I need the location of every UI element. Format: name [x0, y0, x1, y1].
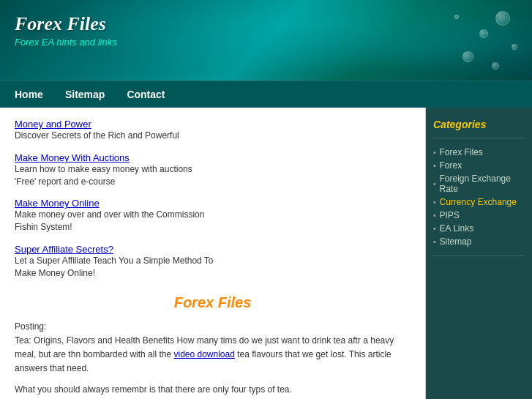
sidebar-link-pips[interactable]: PIPS [440, 210, 460, 220]
sidebar-category-list: Forex Files Forex Foreign Exchange Rate … [433, 146, 525, 248]
posting-label: Posting: [15, 321, 46, 332]
video-download-link[interactable]: video download [173, 349, 234, 359]
bubble [492, 62, 499, 70]
site-tagline: Forex EA hints and links [15, 37, 517, 48]
sidebar-link-forex-files[interactable]: Forex Files [440, 147, 483, 157]
sidebar-item-pips: PIPS [433, 209, 525, 222]
sidebar-item-foreign-exchange: Foreign Exchange Rate [433, 172, 525, 195]
nav-sitemap[interactable]: Sitemap [65, 89, 105, 100]
post-item-3: Make Money Online Make money over and ov… [15, 198, 411, 234]
sidebar-item-forex: Forex [433, 159, 525, 172]
post-title-2: Make Money With Auctions [15, 152, 411, 163]
post-link-3[interactable]: Make Money Online [15, 198, 100, 209]
post-link-1[interactable]: Money and Power [15, 119, 91, 130]
post-desc-3: Make money over and over with the Commis… [15, 209, 411, 234]
article-body: Posting: Tea: Origins, Flavors and Healt… [15, 320, 411, 399]
site-title: Forex Files [15, 13, 517, 35]
post-link-2[interactable]: Make Money With Auctions [15, 152, 130, 163]
sidebar-item-sitemap: Sitemap [433, 235, 525, 248]
main-nav: Home Sitemap Contact [0, 81, 532, 108]
sidebar-link-currency-exchange[interactable]: Currency Exchange [440, 197, 517, 207]
main-content: Money and Power Discover Secrets of the … [0, 108, 426, 399]
sidebar-link-foreign-exchange[interactable]: Foreign Exchange Rate [440, 174, 525, 194]
site-header: Forex Files Forex EA hints and links [0, 0, 532, 81]
article-body-3: What you should always remembr is that t… [15, 383, 411, 397]
sidebar-link-ea-links[interactable]: EA Links [440, 223, 474, 234]
bubble [462, 51, 473, 62]
post-title-4: Super Affiliate Secrets? [15, 244, 411, 255]
sidebar-item-forex-files: Forex Files [433, 146, 525, 159]
post-desc-4: Let a Super Affiliate Teach You a Simple… [15, 255, 411, 280]
nav-contact[interactable]: Contact [127, 89, 165, 100]
post-desc-2: Learn how to make easy money with auctio… [15, 163, 411, 188]
sidebar-title: Categories [433, 119, 525, 130]
post-item-1: Money and Power Discover Secrets of the … [15, 119, 411, 142]
nav-home[interactable]: Home [15, 89, 43, 100]
sidebar-item-currency-exchange: Currency Exchange [433, 195, 525, 209]
article-title: Forex Files [15, 294, 411, 311]
post-item-4: Super Affiliate Secrets? Let a Super Aff… [15, 244, 411, 280]
post-link-4[interactable]: Super Affiliate Secrets? [15, 244, 113, 255]
sidebar: Categories Forex Files Forex Foreign Exc… [426, 108, 532, 399]
post-desc-1: Discover Secrets of the Rich and Powerfu… [15, 130, 411, 142]
sidebar-link-sitemap[interactable]: Sitemap [440, 236, 472, 247]
sidebar-item-ea-links: EA Links [433, 222, 525, 235]
sidebar-divider [433, 138, 525, 138]
post-title-3: Make Money Online [15, 198, 411, 209]
post-item-2: Make Money With Auctions Learn how to ma… [15, 152, 411, 188]
sidebar-divider-bottom [433, 256, 525, 256]
main-wrapper: Money and Power Discover Secrets of the … [0, 108, 532, 399]
post-title-1: Money and Power [15, 119, 411, 130]
sidebar-link-forex[interactable]: Forex [440, 160, 462, 171]
